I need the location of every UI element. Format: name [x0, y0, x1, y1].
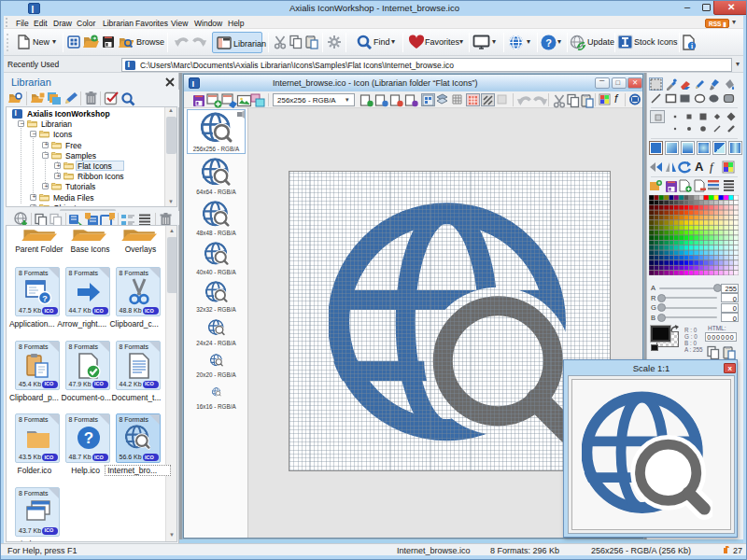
svg-text:?: ?: [545, 37, 552, 49]
svg-text:i: i: [691, 42, 693, 50]
svg-text:?: ?: [42, 294, 48, 303]
svg-text:?: ?: [83, 429, 92, 447]
